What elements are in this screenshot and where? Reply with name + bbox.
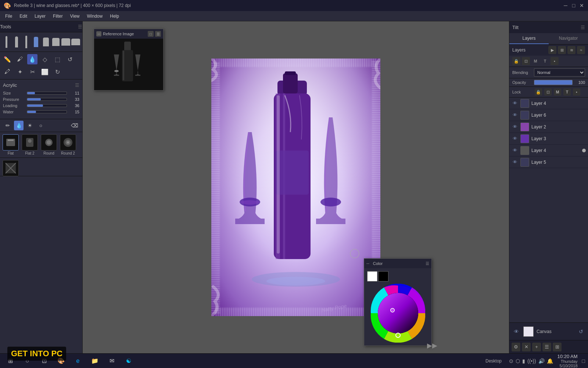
marquee-tool[interactable]: ⬜ — [40, 67, 50, 77]
reference-menu-button[interactable]: ☰ — [155, 31, 161, 37]
canvas-area[interactable]: ─ Reference Image □ ☰ — [83, 21, 509, 353]
tab-navigator[interactable]: Navigator — [549, 33, 588, 44]
black-swatch[interactable] — [378, 271, 388, 282]
layer-item-2[interactable]: 👁 Layer 2 — [509, 121, 588, 133]
color-wheel-svg[interactable] — [369, 284, 427, 343]
reference-view-button[interactable]: □ — [148, 31, 154, 37]
water-tool[interactable]: 💧 — [27, 54, 37, 64]
color-minimize-icon[interactable]: ─ — [366, 261, 369, 266]
layer-eye-5[interactable]: 👁 — [512, 159, 518, 166]
brush-mode-erase[interactable]: ⌫ — [70, 121, 79, 130]
eraser-tool[interactable]: ◇ — [40, 54, 50, 64]
close-button[interactable]: ✕ — [578, 2, 585, 9]
network-icon[interactable]: ⬡ — [516, 358, 520, 364]
transform-tool[interactable]: ✂ — [27, 67, 37, 77]
volume-icon[interactable]: 🔊 — [538, 358, 545, 364]
rotate-tool[interactable]: ↻ — [52, 67, 62, 77]
brush-mode-4[interactable]: ○ — [36, 121, 46, 130]
eyedropper-tool[interactable]: ✦ — [15, 67, 25, 77]
layer-settings-button[interactable]: ⚙ — [512, 343, 520, 351]
color-menu-icon[interactable]: ☰ — [426, 261, 429, 266]
water-slider[interactable] — [27, 110, 67, 113]
taskbar-mail[interactable]: ✉ — [104, 356, 119, 366]
minimize-button[interactable]: ─ — [562, 2, 569, 9]
paint-tool[interactable]: 🖍 — [2, 67, 12, 77]
menu-layer[interactable]: Layer — [31, 12, 49, 20]
white-swatch[interactable] — [367, 271, 377, 282]
notification-icon[interactable]: 🔔 — [547, 358, 553, 364]
brush-7[interactable] — [61, 35, 70, 49]
canvas-color-swatch[interactable] — [523, 326, 534, 337]
layer-item-3[interactable]: 👁 Layer 3 — [509, 133, 588, 145]
layer-dot-icon[interactable]: • — [551, 57, 559, 65]
brush-2[interactable] — [12, 35, 21, 49]
canvas-refresh-icon[interactable]: ↺ — [577, 328, 585, 336]
layer-protect-icon[interactable]: ⊡ — [522, 57, 530, 65]
brush-4[interactable] — [32, 35, 40, 49]
layer-item-5[interactable]: 👁 Layer 5 — [509, 156, 588, 168]
undo-tool[interactable]: ↺ — [65, 54, 75, 64]
tools-menu-icon[interactable]: ☰ — [78, 24, 82, 29]
layer-frames-button[interactable]: ⊞ — [558, 46, 566, 54]
opacity-slider[interactable] — [534, 80, 573, 85]
layer-eye-4b[interactable]: 👁 — [512, 147, 518, 154]
reference-header[interactable]: ─ Reference Image □ ☰ — [94, 29, 163, 39]
lock-position-icon[interactable]: ⊡ — [544, 88, 552, 96]
selection-tool[interactable]: ⬚ — [52, 54, 62, 64]
brush-8[interactable] — [71, 35, 80, 49]
layer-wind-button[interactable]: ≈ — [577, 46, 585, 54]
layer-delete-button[interactable]: ✕ — [522, 343, 531, 351]
layer-item-4b[interactable]: 👁 Layer 4 — [509, 145, 588, 156]
layer-add-button[interactable]: + — [532, 343, 541, 351]
menu-view[interactable]: View — [67, 12, 83, 20]
canvas-eye-icon[interactable]: 👁 — [512, 328, 520, 336]
brush-mode-3[interactable]: ☀ — [25, 121, 35, 130]
brush-tool[interactable]: 🖌 — [15, 54, 25, 64]
layer-play-button[interactable]: ▶ — [548, 46, 556, 54]
layer-eye-6[interactable]: 👁 — [512, 112, 518, 118]
brush-thumb-round[interactable]: Round — [40, 134, 58, 156]
scroll-right-icon[interactable]: ▶▶ — [427, 342, 437, 350]
menu-file[interactable]: File — [1, 12, 16, 20]
blending-select[interactable]: Normal Multiply Screen Overlay — [534, 68, 585, 77]
menu-help[interactable]: Help — [106, 12, 123, 20]
pencil-tool[interactable]: ✏️ — [2, 54, 12, 64]
tab-layers[interactable]: Layers — [509, 33, 549, 44]
brush-thumb-flat[interactable]: Flat — [1, 134, 20, 156]
brush-1[interactable] — [2, 35, 11, 49]
brush-mode-2[interactable]: 💧 — [14, 121, 24, 130]
wifi-icon[interactable]: ((•)) — [527, 358, 536, 364]
pressure-slider[interactable] — [27, 98, 67, 101]
action-center-icon[interactable]: □ — [582, 358, 585, 364]
menu-filter[interactable]: Filter — [49, 12, 67, 20]
color-wheel[interactable] — [369, 284, 427, 343]
layer-eye-4a[interactable]: 👁 — [512, 100, 518, 107]
acrylic-menu-icon[interactable]: ☰ — [75, 82, 79, 88]
layer-heat-button[interactable]: ≋ — [567, 46, 576, 54]
battery-icon[interactable]: ▮ — [522, 358, 525, 364]
layer-item-6[interactable]: 👁 Layer 6 — [509, 109, 588, 121]
brush-thumb-flat2[interactable]: Flat 2 — [21, 134, 39, 156]
lock-pixel-icon[interactable]: 🔒 — [535, 88, 542, 96]
lock-t-icon[interactable]: T — [563, 88, 571, 96]
brush-3[interactable] — [22, 35, 31, 49]
layer-list-view-button[interactable]: ☰ — [542, 343, 551, 351]
brush-thumb-round2[interactable]: Round 2 — [59, 134, 77, 156]
taskbar-explorer[interactable]: 📁 — [87, 356, 102, 366]
layer-eye-2[interactable]: 👁 — [512, 124, 518, 130]
painting-canvas[interactable]: Natty Pope — [211, 59, 380, 316]
system-tray-icon[interactable]: ⊙ — [509, 358, 513, 364]
color-panel-header[interactable]: ─ Color ☰ — [364, 259, 431, 268]
clock[interactable]: 10:20 AM Thursday 5/10/2018 — [557, 354, 578, 368]
brush-5[interactable] — [42, 35, 50, 49]
taskbar-extra[interactable]: ☯ — [121, 356, 136, 366]
menu-window[interactable]: Window — [83, 12, 107, 20]
loading-slider[interactable] — [27, 104, 67, 107]
taskbar-edge[interactable]: e — [71, 356, 85, 366]
menu-edit[interactable]: Edit — [16, 12, 31, 20]
right-panel-menu-icon[interactable]: ☰ — [581, 25, 585, 30]
size-slider[interactable] — [27, 92, 67, 95]
reference-minimize-button[interactable]: ─ — [96, 31, 101, 36]
brush-mode-1[interactable]: ✏ — [3, 121, 12, 130]
brush-thumb-extra[interactable] — [1, 159, 20, 174]
